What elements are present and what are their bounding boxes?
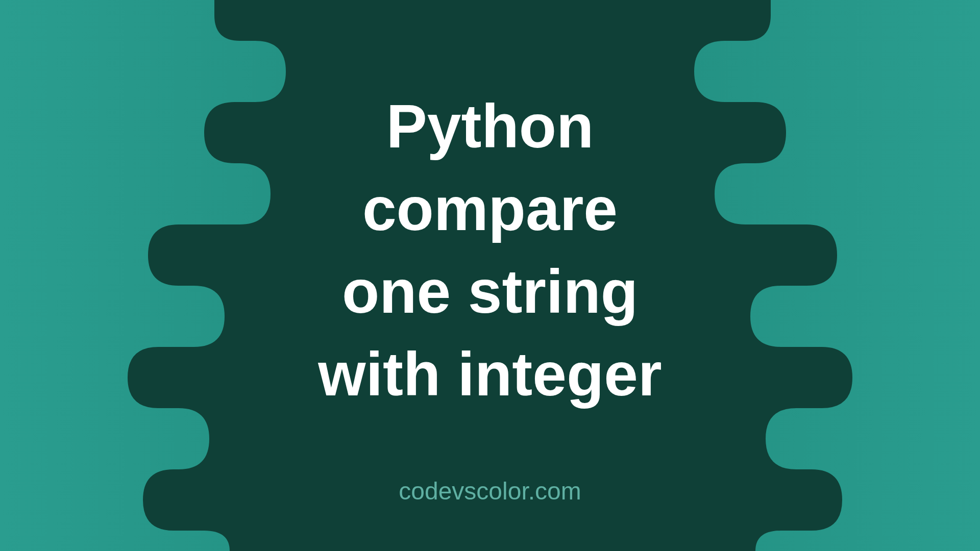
title-line-1: Python [318, 85, 662, 167]
banner-title: Python compare one string with integer [318, 85, 662, 415]
title-line-4: with integer [318, 333, 662, 415]
content-wrapper: Python compare one string with integer [318, 0, 662, 551]
banner-container: Python compare one string with integer c… [0, 0, 980, 551]
watermark-text: codevscolor.com [399, 477, 581, 505]
title-line-2: compare [318, 167, 662, 250]
title-line-3: one string [318, 250, 662, 333]
